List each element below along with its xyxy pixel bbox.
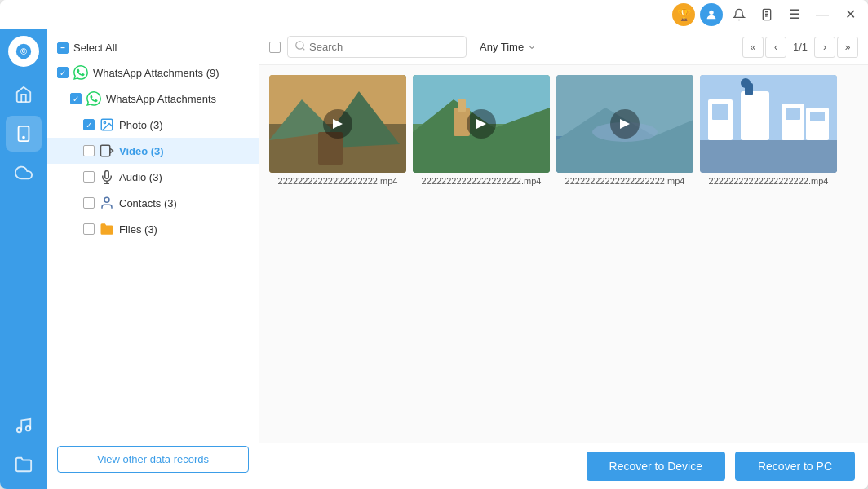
prev-page-button[interactable]: ‹ (765, 37, 786, 58)
tree-item-contacts[interactable]: Contacts (3) (47, 190, 259, 216)
contacts-icon (100, 196, 114, 210)
nav-cloud[interactable] (6, 155, 42, 191)
tree-bottom: View other data records (47, 436, 259, 482)
svg-point-18 (296, 42, 303, 49)
whatsapp1-icon (73, 65, 88, 80)
whatsapp2-checkbox[interactable] (70, 93, 82, 104)
photo-label: Photo (3) (119, 119, 249, 131)
audio-checkbox[interactable] (83, 171, 95, 183)
media-thumb-1 (269, 75, 406, 173)
minimize-button[interactable]: — (811, 3, 834, 26)
recover-device-button[interactable]: Recover to Device (587, 452, 725, 481)
trophy-icon[interactable]: 🏆 (672, 3, 695, 26)
nav-phone[interactable] (6, 116, 42, 152)
close-button[interactable]: ✕ (839, 3, 861, 26)
content-bottom: Recover to Device Recover to PC (259, 443, 868, 489)
files-icon (100, 222, 114, 236)
svg-text:©: © (20, 46, 27, 56)
first-page-button[interactable]: « (742, 37, 764, 58)
select-all-item[interactable]: Select All (47, 36, 259, 59)
tree-item-files[interactable]: Files (3) (47, 216, 259, 242)
whatsapp2-icon (86, 91, 101, 106)
media-thumb-2 (413, 75, 550, 173)
svg-rect-7 (19, 126, 29, 141)
media-label-1: 22222222222222222222.mp4 (269, 176, 406, 186)
last-page-button[interactable]: » (837, 37, 858, 58)
audio-icon (100, 170, 114, 184)
whatsapp1-checkbox[interactable] (57, 67, 69, 78)
svg-rect-13 (101, 145, 110, 156)
select-all-label: Select All (73, 42, 249, 54)
media-item[interactable]: 22222222222222222222.mp4 (700, 75, 837, 186)
video-checkbox[interactable] (83, 145, 95, 156)
time-filter[interactable]: Any Time (473, 37, 543, 56)
time-filter-label: Any Time (480, 41, 524, 53)
contacts-checkbox[interactable] (83, 197, 95, 209)
contacts-label: Contacts (3) (119, 197, 249, 209)
whatsapp1-label: WhatsApp Attachments (9) (93, 67, 249, 79)
view-other-button[interactable]: View other data records (57, 446, 249, 473)
svg-line-19 (303, 48, 305, 51)
svg-point-17 (104, 197, 109, 202)
media-item[interactable]: 22222222222222222222.mp4 (556, 75, 693, 186)
media-item[interactable]: 22222222222222222222.mp4 (413, 75, 550, 186)
media-label-4: 22222222222222222222.mp4 (700, 176, 837, 186)
media-item[interactable]: 22222222222222222222.mp4 (269, 75, 406, 186)
content-area: Any Time « ‹ 1/1 › » (259, 29, 868, 489)
svg-rect-50 (810, 112, 825, 121)
tree-item-video[interactable]: Video (3) (47, 138, 259, 164)
menu-button[interactable]: ☰ (783, 3, 806, 26)
recover-pc-button[interactable]: Recover to PC (735, 452, 855, 481)
svg-rect-41 (700, 140, 837, 173)
photo-checkbox[interactable] (83, 119, 95, 130)
photo-icon (100, 117, 114, 132)
tree-item-whatsapp2[interactable]: WhatsApp Attachments (47, 86, 259, 112)
bell-icon[interactable] (728, 3, 751, 26)
app-logo: © (8, 36, 39, 67)
tree-item-audio[interactable]: Audio (3) (47, 164, 259, 190)
nav-home[interactable] (6, 77, 42, 112)
search-box[interactable] (287, 36, 467, 58)
user-icon[interactable] (700, 3, 723, 26)
tree-panel: Select All WhatsApp Attachments (9) What… (47, 29, 259, 489)
svg-rect-48 (786, 108, 800, 120)
files-label: Files (3) (119, 223, 249, 236)
video-label: Video (3) (119, 145, 249, 157)
tree-item-photo[interactable]: Photo (3) (47, 112, 259, 138)
svg-rect-44 (741, 91, 769, 140)
svg-point-46 (741, 78, 751, 88)
title-bar-icons: 🏆 ☰ — ✕ (672, 3, 861, 26)
toolbar-select-checkbox[interactable] (269, 42, 281, 53)
media-thumb-3 (556, 75, 693, 173)
svg-point-12 (104, 121, 105, 123)
svg-point-10 (26, 426, 31, 431)
next-page-button[interactable]: › (814, 37, 835, 58)
media-label-3: 22222222222222222222.mp4 (556, 176, 693, 186)
media-label-2: 22222222222222222222.mp4 (413, 176, 550, 186)
svg-point-9 (17, 428, 22, 433)
svg-rect-43 (712, 104, 728, 120)
svg-marker-14 (110, 148, 113, 153)
content-toolbar: Any Time « ‹ 1/1 › » (259, 29, 868, 65)
audio-label: Audio (3) (119, 171, 249, 183)
search-input[interactable] (309, 41, 459, 53)
whatsapp2-label: WhatsApp Attachments (106, 93, 249, 105)
svg-point-0 (709, 10, 713, 14)
tree-item-whatsapp1[interactable]: WhatsApp Attachments (9) (47, 59, 259, 86)
media-thumb-4 (700, 75, 837, 173)
svg-point-8 (23, 137, 24, 139)
page-info: 1/1 (788, 41, 813, 53)
nav-music[interactable] (6, 408, 42, 443)
files-checkbox[interactable] (83, 223, 95, 235)
pagination: « ‹ 1/1 › » (742, 37, 858, 58)
select-all-checkbox[interactable] (57, 42, 69, 54)
media-grid: 22222222222222222222.mp4 (259, 65, 868, 443)
svg-rect-31 (458, 99, 466, 112)
title-bar: 🏆 ☰ — ✕ (0, 0, 868, 29)
search-icon (294, 40, 306, 54)
icon-sidebar: © (0, 29, 47, 489)
page-icon[interactable] (755, 3, 778, 26)
nav-folder[interactable] (6, 447, 42, 482)
video-icon (100, 143, 114, 158)
